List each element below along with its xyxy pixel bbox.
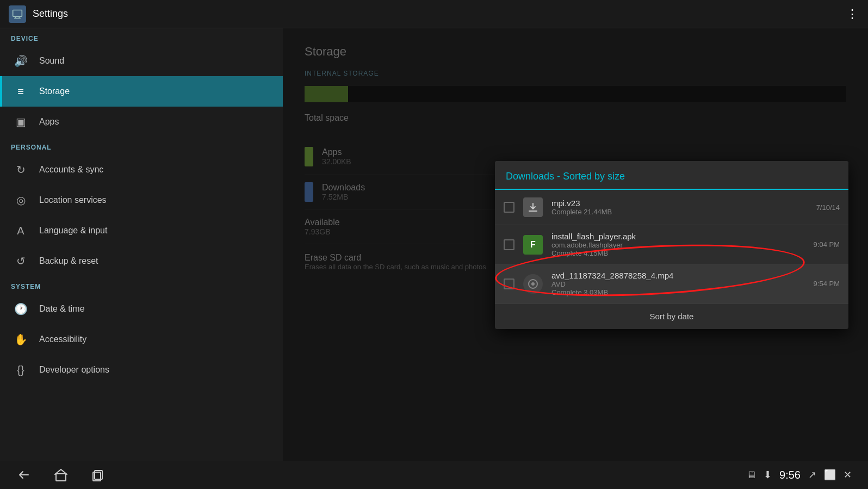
dialog-item-1[interactable]: Finstall_flash_player.apkcom.adobe.flash… bbox=[495, 225, 848, 264]
dialog-item-2[interactable]: avd_11187324_28878258_4.mp4AVDComplete 3… bbox=[495, 264, 848, 304]
dialog-item-status-2: Complete 3.03MB bbox=[551, 288, 806, 296]
dialog-item-status-1: Complete 4.15MB bbox=[551, 249, 806, 257]
sidebar-item-text-datetime: Date & time bbox=[39, 304, 85, 314]
dialog-item-icon-1: F bbox=[522, 234, 544, 256]
storage-icon: ≡ bbox=[13, 84, 28, 99]
dialog-item-checkbox-0[interactable] bbox=[504, 202, 514, 213]
download-icon bbox=[523, 197, 543, 217]
dialog-item-icon-0 bbox=[522, 196, 544, 218]
clock: 9:56 bbox=[779, 469, 801, 481]
dialog-item-date-0: 7/10/14 bbox=[816, 203, 840, 212]
accessibility-icon: ✋ bbox=[13, 332, 28, 347]
sidebar-item-text-storage: Storage bbox=[39, 86, 70, 96]
sidebar-item-storage[interactable]: ≡Storage bbox=[0, 76, 283, 107]
dialog-item-icon-2 bbox=[522, 273, 544, 295]
back-button[interactable] bbox=[16, 467, 32, 482]
datetime-icon: 🕐 bbox=[13, 301, 28, 317]
dialog-item-info-0: mpi.v23Complete 21.44MB bbox=[551, 199, 809, 216]
dialog-item-info-1: install_flash_player.apkcom.adobe.flashp… bbox=[551, 232, 806, 257]
sidebar-item-text-accounts: Accounts & sync bbox=[39, 165, 103, 175]
status-bar: 🖥 ⬇ 9:56 ↗ ⬜ ✕ bbox=[746, 469, 852, 481]
sidebar-item-text-sound: Sound bbox=[39, 56, 64, 66]
developer-icon: {} bbox=[13, 362, 28, 377]
apps-icon: ▣ bbox=[13, 114, 28, 129]
downloads-dialog: Downloads - Sorted by size mpi.v23Comple… bbox=[495, 161, 848, 329]
dialog-item-0[interactable]: mpi.v23Complete 21.44MB7/10/14 bbox=[495, 190, 848, 225]
sidebar-item-text-developer: Developer options bbox=[39, 365, 109, 375]
sidebar-section-personal: PERSONAL bbox=[0, 137, 283, 154]
dialog-list: mpi.v23Complete 21.44MB7/10/14Finstall_f… bbox=[495, 190, 848, 304]
app-icon bbox=[9, 5, 26, 23]
sidebar-item-sound[interactable]: 🔊Sound bbox=[0, 46, 283, 76]
sidebar-item-developer[interactable]: {}Developer options bbox=[0, 355, 283, 385]
sidebar-item-text-location: Location services bbox=[39, 195, 107, 205]
dialog-item-sub-1: com.adobe.flashplayer bbox=[551, 241, 806, 249]
sidebar-item-datetime[interactable]: 🕐Date & time bbox=[0, 294, 283, 324]
sidebar-item-text-apps: Apps bbox=[39, 117, 59, 127]
app-title: Settings bbox=[33, 8, 68, 20]
dialog-title: Downloads - Sorted by size bbox=[506, 171, 625, 182]
sidebar-item-language[interactable]: ALanguage & input bbox=[0, 215, 283, 246]
location-icon: ◎ bbox=[13, 193, 28, 208]
language-icon: A bbox=[13, 223, 28, 238]
top-bar: Settings ⋮ bbox=[0, 0, 868, 28]
backup-icon: ↺ bbox=[13, 253, 28, 269]
dialog-item-name-1: install_flash_player.apk bbox=[551, 232, 806, 241]
dialog-item-date-1: 9:04 PM bbox=[814, 240, 840, 249]
window-icon: ⬜ bbox=[824, 469, 836, 481]
dialog-item-checkbox-2[interactable] bbox=[504, 278, 514, 289]
screen-icon: 🖥 bbox=[746, 469, 756, 481]
dialog-item-info-2: avd_11187324_28878258_4.mp4AVDComplete 3… bbox=[551, 271, 806, 296]
sidebar-item-backup[interactable]: ↺Backup & reset bbox=[0, 246, 283, 276]
dialog-footer[interactable]: Sort by date bbox=[495, 304, 848, 329]
dialog-item-checkbox-1[interactable] bbox=[504, 239, 514, 250]
sidebar-section-device: DEVICE bbox=[0, 28, 283, 46]
svg-rect-7 bbox=[56, 474, 66, 481]
dialog-item-sub-2: AVD bbox=[551, 280, 806, 288]
video-icon bbox=[523, 274, 543, 294]
sidebar-item-text-backup: Backup & reset bbox=[39, 256, 98, 266]
bottom-nav bbox=[16, 467, 106, 482]
bottom-bar: 🖥 ⬇ 9:56 ↗ ⬜ ✕ bbox=[0, 461, 868, 489]
more-options-icon[interactable]: ⋮ bbox=[846, 7, 859, 21]
download-status-icon: ⬇ bbox=[764, 469, 772, 481]
close-icon: ✕ bbox=[844, 469, 852, 481]
home-button[interactable] bbox=[53, 467, 69, 482]
flash-icon: F bbox=[523, 235, 543, 255]
dialog-item-name-0: mpi.v23 bbox=[551, 199, 809, 208]
sort-by-date-button[interactable]: Sort by date bbox=[650, 312, 694, 321]
content-area: Storage INTERNAL STORAGE Total space App… bbox=[283, 28, 868, 461]
sidebar-section-system: SYSTEM bbox=[0, 276, 283, 294]
main-layout: DEVICE🔊Sound≡Storage▣AppsPERSONAL↻Accoun… bbox=[0, 28, 868, 461]
svg-rect-0 bbox=[13, 10, 22, 16]
svg-point-6 bbox=[531, 282, 535, 286]
sidebar-item-accounts[interactable]: ↻Accounts & sync bbox=[0, 154, 283, 185]
dialog-title-bar: Downloads - Sorted by size bbox=[495, 161, 848, 190]
dialog-item-status-0: Complete 21.44MB bbox=[551, 208, 809, 216]
sidebar-item-text-accessibility: Accessibility bbox=[39, 335, 86, 344]
sidebar: DEVICE🔊Sound≡Storage▣AppsPERSONAL↻Accoun… bbox=[0, 28, 283, 461]
sidebar-item-text-language: Language & input bbox=[39, 226, 107, 236]
sidebar-item-apps[interactable]: ▣Apps bbox=[0, 107, 283, 137]
sound-icon: 🔊 bbox=[13, 53, 28, 69]
share-icon: ↗ bbox=[808, 469, 816, 481]
dialog-item-name-2: avd_11187324_28878258_4.mp4 bbox=[551, 271, 806, 280]
sidebar-item-accessibility[interactable]: ✋Accessibility bbox=[0, 324, 283, 355]
sidebar-item-location[interactable]: ◎Location services bbox=[0, 185, 283, 215]
recents-button[interactable] bbox=[90, 467, 106, 482]
top-bar-left: Settings bbox=[9, 5, 68, 23]
dialog-item-date-2: 9:54 PM bbox=[814, 280, 840, 288]
accounts-icon: ↻ bbox=[13, 162, 28, 177]
